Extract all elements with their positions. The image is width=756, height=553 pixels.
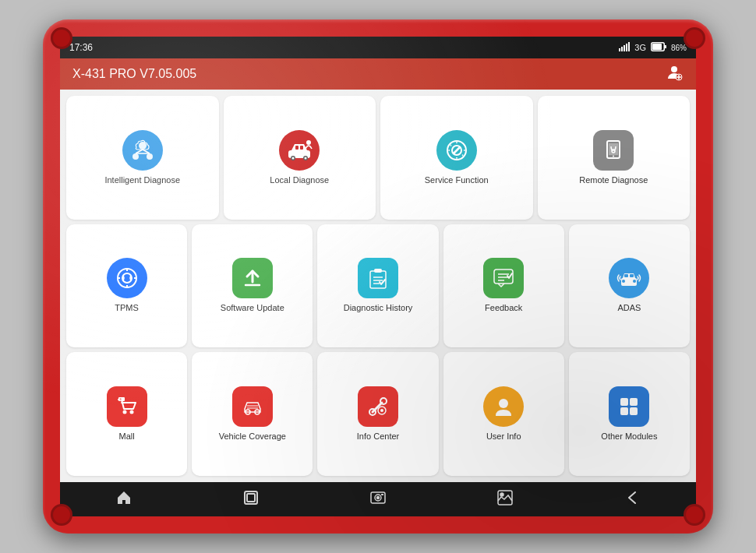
app-item-adas[interactable]: ADAS xyxy=(569,224,690,348)
svg-rect-1 xyxy=(621,47,623,51)
app-item-mall[interactable]: $ Mall xyxy=(66,352,187,476)
svg-rect-67 xyxy=(620,407,628,415)
svg-point-50 xyxy=(622,280,625,283)
feedback-label: Feedback xyxy=(485,303,522,313)
feedback-icon xyxy=(483,258,524,298)
status-bar: 17:36 3G xyxy=(60,37,696,58)
back-nav-button[interactable] xyxy=(611,483,653,516)
svg-point-60 xyxy=(380,398,387,404)
svg-rect-2 xyxy=(624,45,625,51)
svg-point-63 xyxy=(380,409,383,412)
software-update-icon xyxy=(232,258,273,298)
info-center-icon xyxy=(358,386,398,427)
local-diagnose-icon xyxy=(279,130,320,171)
svg-rect-68 xyxy=(630,407,638,415)
signal-icon xyxy=(619,42,630,53)
intelligent-diagnose-label: Intelligent Diagnose xyxy=(104,175,180,185)
svg-rect-6 xyxy=(652,44,662,50)
svg-point-21 xyxy=(292,157,295,159)
svg-point-51 xyxy=(633,280,636,283)
local-diagnose-label: Local Diagnose xyxy=(270,175,329,185)
mall-icon: $ xyxy=(107,386,147,427)
app-item-diagnostic-history[interactable]: Diagnostic History xyxy=(317,224,438,348)
remote-diagnose-label: Remote Diagnose xyxy=(579,175,648,185)
svg-point-24 xyxy=(306,140,311,145)
vehicle-coverage-icon xyxy=(232,386,273,427)
software-update-label: Software Update xyxy=(221,303,284,313)
svg-rect-74 xyxy=(381,494,383,495)
status-icons: 3G 86% xyxy=(619,42,687,53)
svg-rect-0 xyxy=(619,48,620,51)
svg-rect-3 xyxy=(626,44,627,51)
svg-point-23 xyxy=(305,157,307,159)
svg-point-52 xyxy=(122,410,126,414)
app-title: X-431 PRO V7.05.005 xyxy=(72,67,196,81)
svg-point-31 xyxy=(118,269,136,287)
svg-point-76 xyxy=(500,493,503,496)
service-function-label: Service Function xyxy=(425,175,489,185)
diagnostic-history-icon xyxy=(358,258,398,298)
app-item-info-center[interactable]: Info Center xyxy=(317,352,438,476)
app-item-other-modules[interactable]: Other Modules xyxy=(569,352,690,476)
svg-rect-65 xyxy=(620,398,628,406)
adas-icon xyxy=(609,258,649,298)
app-item-user-info[interactable]: User Info xyxy=(443,352,564,476)
screenshot-nav-button[interactable] xyxy=(357,483,399,516)
app-item-feedback[interactable]: Feedback xyxy=(443,224,564,348)
app-item-intelligent-diagnose[interactable]: Intelligent Diagnose xyxy=(66,96,219,220)
svg-point-12 xyxy=(132,153,139,160)
network-type: 3G xyxy=(634,43,646,52)
svg-rect-66 xyxy=(630,398,638,406)
nav-bar xyxy=(60,482,696,516)
vehicle-coverage-label: Vehicle Coverage xyxy=(219,431,286,442)
tablet-screen: 17:36 3G xyxy=(60,37,696,516)
remote-diagnose-icon xyxy=(593,130,634,171)
other-modules-label: Other Modules xyxy=(601,431,657,442)
battery-percent: 86% xyxy=(671,44,687,52)
svg-point-73 xyxy=(376,496,379,498)
svg-point-29 xyxy=(613,155,614,157)
app-item-vehicle-coverage[interactable]: Vehicle Coverage xyxy=(192,352,313,476)
info-center-label: Info Center xyxy=(357,431,399,442)
battery-icon xyxy=(651,42,666,53)
app-item-tpms[interactable]: TPMS xyxy=(66,224,187,348)
adas-label: ADAS xyxy=(617,303,641,313)
app-item-local-diagnose[interactable]: Local Diagnose xyxy=(224,96,376,220)
svg-rect-4 xyxy=(628,42,630,51)
diagnostic-history-label: Diagnostic History xyxy=(344,303,413,313)
app-header: X-431 PRO V7.05.005 xyxy=(60,58,696,90)
user-info-icon xyxy=(483,386,524,427)
other-modules-icon xyxy=(609,386,649,427)
svg-rect-39 xyxy=(374,269,382,273)
recent-nav-button[interactable] xyxy=(230,483,272,516)
service-function-icon xyxy=(436,130,477,171)
svg-rect-38 xyxy=(370,271,386,288)
svg-rect-19 xyxy=(300,146,303,150)
app-grid: Intelligent Diagnose xyxy=(60,90,696,482)
app-item-remote-diagnose[interactable]: Remote Diagnose xyxy=(538,96,691,220)
app-item-software-update[interactable]: Software Update xyxy=(192,224,313,348)
status-time: 17:36 xyxy=(69,42,93,53)
tpms-label: TPMS xyxy=(115,303,139,313)
svg-point-13 xyxy=(147,153,153,160)
svg-rect-18 xyxy=(295,146,299,150)
user-info-label: User Info xyxy=(486,431,521,442)
svg-point-53 xyxy=(129,410,133,414)
app-item-service-function[interactable]: Service Function xyxy=(380,96,533,220)
mall-label: Mall xyxy=(119,431,135,442)
svg-rect-70 xyxy=(247,494,255,502)
svg-point-64 xyxy=(499,399,508,408)
gallery-nav-button[interactable] xyxy=(484,483,526,516)
tpms-icon xyxy=(107,258,147,298)
svg-rect-48 xyxy=(624,274,628,277)
home-nav-button[interactable] xyxy=(103,483,145,516)
tablet-device: 17:36 3G xyxy=(43,19,713,534)
user-settings-icon[interactable] xyxy=(665,63,684,86)
intelligent-diagnose-icon xyxy=(122,130,163,171)
svg-rect-49 xyxy=(630,274,634,277)
svg-point-7 xyxy=(671,66,677,72)
